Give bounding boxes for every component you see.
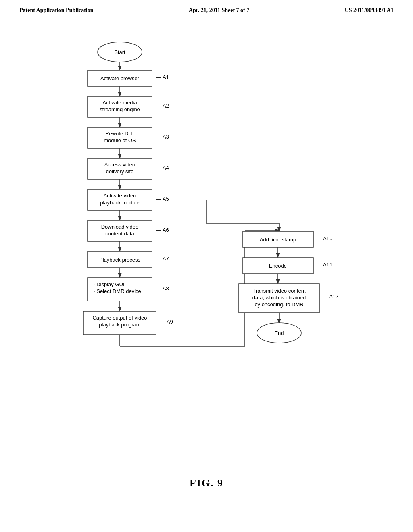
a9-label-2: playback program — [99, 322, 140, 328]
a3-label-1: Rewrite DLL — [105, 131, 134, 137]
a11-ref: — A11 — [317, 262, 332, 268]
header-right: US 2011/0093891 A1 — [345, 7, 394, 14]
a10-label: Add time stamp — [260, 237, 296, 243]
a2-ref: — A2 — [156, 103, 169, 109]
a8-label-1: · Display GUI — [94, 281, 125, 287]
a2-label-1: Activate media — [102, 100, 137, 106]
a9-label-1: Capture output of video — [92, 315, 147, 321]
a3-ref: — A3 — [156, 134, 169, 140]
a8-ref: — A8 — [156, 285, 169, 291]
a4-label-2: delivery site — [106, 168, 134, 175]
a7-label: Playback process — [99, 257, 140, 263]
a3-label-2: module of OS — [104, 137, 136, 143]
header-center: Apr. 21, 2011 Sheet 7 of 7 — [189, 7, 249, 14]
a4-ref: — A4 — [156, 165, 169, 171]
a7-ref: — A7 — [156, 256, 169, 262]
a8-label-2: · Select DMR device — [94, 288, 141, 294]
end-label: End — [274, 330, 284, 336]
a4-label-1: Access video — [104, 162, 136, 168]
a6-label-2: content data — [105, 231, 134, 237]
a11-label: Encode — [269, 263, 287, 269]
a1-label: Activate browser — [100, 75, 140, 81]
flowchart-diagram: Start Activate browser — A1 Activate med… — [41, 30, 372, 473]
a6-label-1: Download video — [101, 224, 139, 230]
figure-label: FIG. 9 — [0, 477, 413, 489]
a5-ref: — A5 — [156, 196, 169, 202]
diagram-svg: Start Activate browser — A1 Activate med… — [41, 30, 372, 473]
a5-label-1: Activate video — [104, 193, 136, 199]
a12-label-3: by encoding, to DMR — [254, 301, 303, 308]
start-label: Start — [114, 49, 125, 55]
a12-label-2: data, which is obtained — [252, 295, 306, 301]
a2-label-2: streaming engine — [100, 106, 140, 112]
header-left: Patent Application Publication — [19, 7, 94, 14]
a9-ref: — A9 — [160, 319, 173, 325]
a6-ref: — A6 — [156, 227, 169, 233]
page-header: Patent Application Publication Apr. 21, … — [0, 0, 413, 14]
a12-label-1: Transmit video content — [252, 288, 305, 294]
a10-ref: — A10 — [317, 235, 332, 241]
a12-ref: — A12 — [323, 293, 338, 299]
a1-ref: — A1 — [156, 74, 169, 80]
a5-label-2: playback module — [100, 200, 140, 206]
